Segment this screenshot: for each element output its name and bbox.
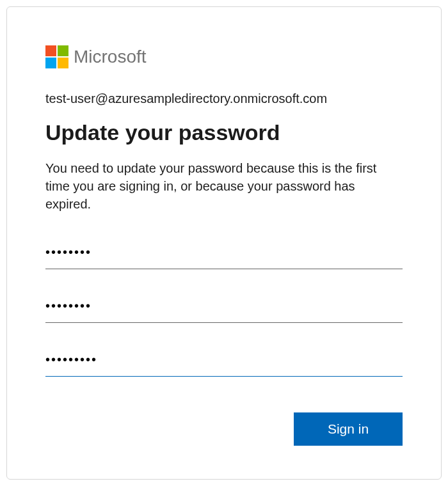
instruction-text: You need to update your password because…	[45, 159, 403, 213]
sign-in-button[interactable]: Sign in	[294, 412, 403, 446]
brand-name: Microsoft	[74, 47, 147, 67]
page-title: Update your password	[45, 120, 403, 145]
new-password-input[interactable]	[45, 292, 403, 323]
microsoft-logo-icon	[45, 45, 68, 68]
current-password-input[interactable]	[45, 239, 403, 269]
user-email: test-user@azuresampledirectory.onmicroso…	[45, 91, 403, 106]
password-update-card: Microsoft test-user@azuresampledirectory…	[6, 6, 442, 480]
brand-header: Microsoft	[45, 45, 403, 68]
confirm-password-input[interactable]	[45, 346, 403, 377]
action-row: Sign in	[45, 412, 403, 446]
